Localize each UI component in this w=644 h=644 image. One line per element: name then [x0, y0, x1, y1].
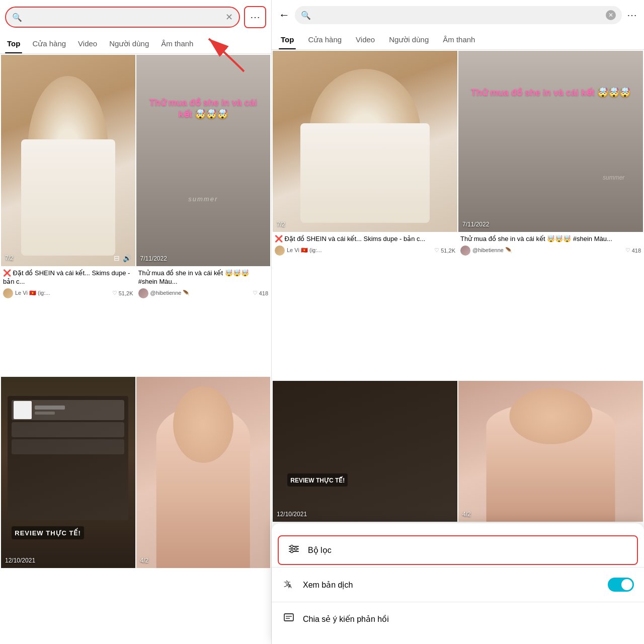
tab-video-left[interactable]: Video [76, 34, 99, 53]
right-video-meta-3: 12/10/2021 [277, 511, 453, 518]
card-likes-2: ♡ 418 [253, 290, 268, 296]
right-overlay-text-2: Thử mua đồ she in và cái kết 🤯🤯🤯 [467, 87, 633, 99]
right-video-card-1[interactable]: 7/2 ❌ Đặt đồ SHEIN và cái kết... Skims d… [273, 51, 457, 380]
right-date-2: 7/11/2022 [462, 221, 489, 228]
author-avatar-1 [3, 288, 13, 298]
left-panel: 🔍 ✕ ⋯ Top Cửa hàng Video Người dùng Âm t… [0, 0, 272, 644]
right-thumb-4[interactable]: 4/2 [458, 381, 643, 522]
card-info-1: ❌ Đặt đồ SHEIN và cái kết... Skims dupe … [1, 266, 135, 301]
back-button[interactable]: ← [279, 9, 290, 22]
video-meta-4: 4/2 [140, 557, 267, 564]
tab-top-left[interactable]: Top [5, 34, 22, 53]
video-card-4[interactable]: 4/2 [136, 377, 271, 643]
video-meta-1: 7/2 ⊟ 🔊 [5, 254, 131, 262]
tab-top-right[interactable]: Top [279, 30, 296, 49]
right-panel: ← 🔍 ✕ ⋯ Top Cửa hàng Video Người dùng Âm… [272, 0, 644, 644]
toggle-knob [621, 579, 632, 590]
right-date-4: 4/2 [462, 511, 471, 518]
filter-icon [287, 543, 301, 557]
video-date-1: 7/2 [5, 255, 14, 262]
right-author-avatar-2 [460, 246, 470, 256]
author-name-2: @hibetienne 🪶 [150, 290, 190, 296]
right-video-meta-4: 4/2 [462, 511, 639, 518]
right-thumb-1[interactable]: 7/2 [273, 51, 457, 232]
feedback-menu-item[interactable]: Chia sẻ ý kiến phản hồi [272, 604, 644, 634]
video-card-1[interactable]: 7/2 ⊟ 🔊 ❌ Đặt đồ SHEIN và cái kết... Ski… [1, 55, 135, 376]
video-card-3[interactable]: REVIEW THỰC TẾ! [1, 377, 135, 643]
tab-nguoidung-left[interactable]: Người dùng [107, 34, 151, 53]
card-title-2: Thử mua đồ she in và cái kết 🤯🤯🤯 #shein … [138, 269, 269, 286]
video-thumb-3[interactable]: REVIEW THỰC TẾ! [1, 377, 135, 568]
right-video-meta-2: 7/11/2022 [462, 221, 639, 228]
review-text-3: REVIEW THỰC TẾ! [15, 529, 81, 537]
translate-menu-item[interactable]: 文 A Xem bản dịch [272, 570, 644, 600]
svg-rect-10 [284, 614, 293, 621]
right-card-author-1: Le Vi 🇻🇳 (ig:... [275, 246, 321, 256]
translate-icon: 文 A [282, 578, 296, 592]
right-card-author-2: @hibetienne 🪶 [460, 246, 512, 256]
more-button-left[interactable]: ⋯ [244, 6, 266, 28]
overlay-text-2: Thử mua đồ she in và cái kết 🤯🤯🤯 [143, 97, 264, 121]
right-card-title-1: ❌ Đặt đồ SHEIN và cái kết... Skims dupe … [275, 235, 455, 244]
tab-cuahang-right[interactable]: Cửa hàng [306, 30, 344, 49]
tab-amthanh-left[interactable]: Âm thanh [159, 34, 195, 53]
watermark-2: summer [188, 195, 218, 203]
right-card-info-1: ❌ Đặt đồ SHEIN và cái kết... Skims dupe … [273, 232, 457, 259]
tab-amthanh-right[interactable]: Âm thanh [441, 30, 477, 49]
video-date-3: 12/10/2021 [5, 557, 35, 564]
right-author-name-2: @hibetienne 🪶 [472, 247, 512, 254]
search-bar-right[interactable]: 🔍 ✕ [295, 6, 622, 24]
right-card-title-2: Thử mua đồ she in và cái kết 🤯🤯🤯 #shein … [460, 235, 641, 244]
right-thumb-2[interactable]: Thử mua đồ she in và cái kết 🤯🤯🤯 summer … [458, 51, 643, 232]
right-review-text: REVIEW THỰC TẾ! [290, 477, 345, 484]
right-author-avatar-1 [275, 246, 285, 256]
right-video-card-2[interactable]: Thử mua đồ she in và cái kết 🤯🤯🤯 summer … [458, 51, 643, 380]
sound-icon-1: 🔊 [123, 254, 131, 262]
tabs-left: Top Cửa hàng Video Người dùng Âm thanh [0, 34, 271, 54]
right-author-name-1: Le Vi 🇻🇳 (ig:... [287, 247, 321, 254]
video-thumb-1[interactable]: 7/2 ⊟ 🔊 [1, 55, 135, 266]
right-watermark-2: summer [603, 174, 624, 181]
translate-toggle[interactable] [608, 578, 634, 592]
svg-point-4 [291, 545, 293, 548]
video-date-4: 4/2 [140, 557, 149, 564]
tab-video-right[interactable]: Video [354, 30, 377, 49]
tabs-right: Top Cửa hàng Video Người dùng Âm thanh [272, 30, 644, 50]
card-likes-1: ♡ 51,2K [112, 290, 133, 296]
video-meta-2: 7/11/2022 [140, 255, 267, 262]
search-bar-left[interactable]: 🔍 ✕ [5, 7, 240, 28]
tab-nguoidung-right[interactable]: Người dùng [387, 30, 431, 49]
filter-menu-item[interactable]: Bộ lọc [278, 535, 638, 565]
dropdown-menu: Bộ lọc 文 A Xem bản dịch [272, 523, 644, 644]
card-author-1: Le Vi 🇻🇳 (ig:... [3, 288, 50, 298]
divider-1 [272, 567, 644, 568]
video-thumb-4[interactable]: 4/2 [136, 377, 271, 568]
more-button-right[interactable]: ⋯ [627, 9, 637, 21]
right-card-likes-1: ♡ 51,2K [434, 247, 455, 254]
clear-search-left[interactable]: ✕ [225, 12, 233, 23]
search-icon: 🔍 [12, 13, 22, 22]
feedback-icon [282, 612, 296, 626]
author-name-1: Le Vi 🇻🇳 (ig:... [15, 290, 50, 296]
tab-cuahang-left[interactable]: Cửa hàng [30, 34, 68, 53]
right-header: ← 🔍 ✕ ⋯ [272, 0, 644, 30]
video-grid-left: 7/2 ⊟ 🔊 ❌ Đặt đồ SHEIN và cái kết... Ski… [0, 54, 271, 644]
subtitle-icon-1: ⊟ [114, 254, 120, 262]
video-thumb-2[interactable]: Thử mua đồ she in và cái kết 🤯🤯🤯 summer … [136, 55, 271, 266]
right-date-1: 7/2 [277, 221, 285, 228]
right-video-meta-1: 7/2 [277, 221, 453, 228]
right-thumb-3[interactable]: REVIEW THỰC TẾ! 12/10/2021 [273, 381, 457, 522]
translate-label: Xem bản dịch [303, 580, 601, 590]
filter-label: Bộ lọc [308, 545, 629, 555]
right-date-3: 12/10/2021 [277, 511, 307, 518]
video-card-2[interactable]: Thử mua đồ she in và cái kết 🤯🤯🤯 summer … [136, 55, 271, 376]
clear-search-right[interactable]: ✕ [606, 10, 616, 20]
video-date-2: 7/11/2022 [140, 255, 167, 262]
svg-point-6 [291, 550, 293, 553]
card-info-2: Thử mua đồ she in và cái kết 🤯🤯🤯 #shein … [136, 266, 271, 301]
right-card-info-2: Thử mua đồ she in và cái kết 🤯🤯🤯 #shein … [458, 232, 643, 259]
svg-point-5 [295, 548, 297, 550]
left-header: 🔍 ✕ ⋯ [0, 0, 271, 34]
search-icon-right: 🔍 [301, 11, 311, 20]
card-author-2: @hibetienne 🪶 [138, 288, 190, 298]
